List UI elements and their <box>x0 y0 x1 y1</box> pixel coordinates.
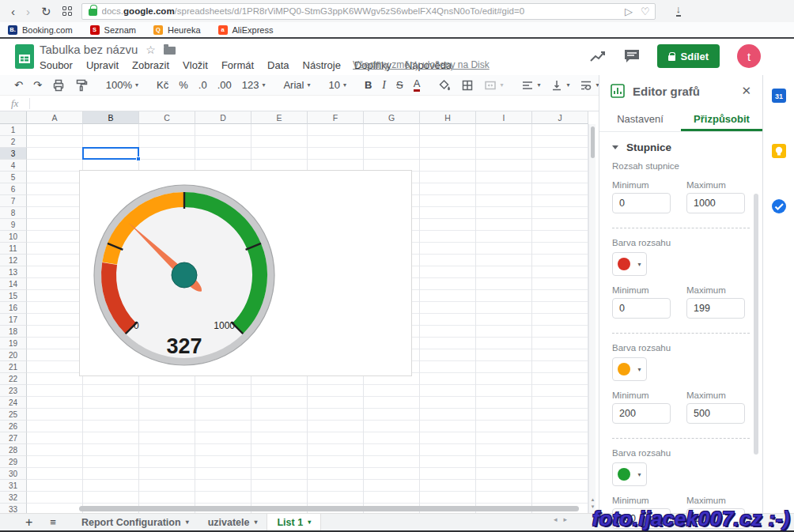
column-header-H[interactable]: H <box>420 111 476 124</box>
menu-upravit[interactable]: Upravit <box>86 59 119 71</box>
paint-format-button[interactable] <box>75 79 88 92</box>
row-header-33[interactable]: 33 <box>0 504 27 513</box>
sheet-tab-report-configuration[interactable]: Report Configuration▾ <box>72 514 198 530</box>
italic-button[interactable]: I <box>382 79 386 92</box>
row-header-12[interactable]: 12 <box>0 255 27 266</box>
account-avatar[interactable]: t <box>737 44 761 68</box>
column-header-I[interactable]: I <box>476 111 532 124</box>
add-sheet-button[interactable]: + <box>25 516 32 529</box>
font-size-select[interactable]: 10▾ <box>328 79 346 91</box>
menu-soubor[interactable]: Soubor <box>40 59 73 71</box>
row-header-19[interactable]: 19 <box>0 338 27 349</box>
column-header-C[interactable]: C <box>139 111 195 124</box>
scale-min-input[interactable] <box>612 193 671 213</box>
bookmark-aliexpress[interactable]: aAliExpress <box>218 25 274 35</box>
tasks-icon[interactable] <box>771 198 787 214</box>
row-header-21[interactable]: 21 <box>0 361 27 373</box>
horizontal-align-button[interactable]: ▾ <box>521 79 540 92</box>
range1-min-input[interactable] <box>612 298 671 319</box>
row-header-4[interactable]: 4 <box>0 160 27 172</box>
text-wrap-button[interactable]: ▾ <box>580 79 599 92</box>
horizontal-scrollbar-thumb[interactable] <box>79 506 579 511</box>
increase-decimals-button[interactable]: .00 <box>217 79 232 91</box>
row-header-20[interactable]: 20 <box>0 349 27 361</box>
menu-data[interactable]: Data <box>267 59 289 71</box>
range2-max-input[interactable] <box>686 403 745 424</box>
reload-button[interactable]: ↻ <box>41 6 51 17</box>
row-header-9[interactable]: 9 <box>0 219 27 231</box>
redo-button[interactable]: ↷ <box>33 79 42 91</box>
row-header-18[interactable]: 18 <box>0 326 27 338</box>
tab-nastaveni[interactable]: Nastavení <box>599 107 681 131</box>
bookmark-heureka[interactable]: QHeureka <box>153 25 201 35</box>
sheet-tab-uzivatele[interactable]: uzivatele▾ <box>198 514 267 530</box>
gauge-chart[interactable]: 01000327 <box>79 170 412 376</box>
vertical-align-button[interactable]: ▾ <box>550 79 569 92</box>
share-button[interactable]: Sdílet <box>657 44 720 68</box>
row-header-22[interactable]: 22 <box>0 373 27 385</box>
column-header-D[interactable]: D <box>195 111 251 124</box>
calendar-icon[interactable]: 31 <box>771 88 787 104</box>
color-picker-green[interactable]: ▾ <box>612 462 647 486</box>
range2-min-input[interactable] <box>612 403 671 424</box>
row-header-1[interactable]: 1 <box>0 124 27 136</box>
row-header-7[interactable]: 7 <box>0 195 27 207</box>
zoom-select[interactable]: 100%▾ <box>106 79 138 91</box>
row-header-15[interactable]: 15 <box>0 290 27 302</box>
bookmark-heart-icon[interactable]: ♡ <box>641 6 650 17</box>
section-stupnice[interactable]: Stupnice <box>612 141 750 153</box>
column-header-E[interactable]: E <box>251 111 308 124</box>
column-header-B[interactable]: B <box>83 111 139 124</box>
tab-scroll-arrows[interactable]: ◂▸ <box>554 515 573 523</box>
close-panel-icon[interactable]: ✕ <box>741 84 751 98</box>
selected-cell-B3[interactable] <box>82 147 139 160</box>
decrease-decimals-button[interactable]: .0 <box>198 79 207 91</box>
sheets-logo-icon[interactable] <box>14 43 35 70</box>
row-header-3[interactable]: 3 <box>0 148 27 160</box>
vertical-scrollbar-thumb[interactable] <box>591 126 595 158</box>
format-percent-button[interactable]: % <box>179 79 188 91</box>
bookmark-booking-com[interactable]: B.Booking.com <box>8 25 73 35</box>
row-header-8[interactable]: 8 <box>0 207 27 219</box>
column-header-G[interactable]: G <box>364 111 420 124</box>
address-bar[interactable]: docs.google.com/spreadsheets/d/1PR8rViMP… <box>81 3 656 20</box>
star-icon[interactable]: ☆ <box>146 43 156 56</box>
row-header-10[interactable]: 10 <box>0 231 27 243</box>
sheet-tab-list1[interactable]: List 1▾ <box>267 514 321 530</box>
merge-cells-button[interactable]: ▾ <box>484 79 503 92</box>
menu-zobrazit[interactable]: Zobrazit <box>132 59 169 71</box>
undo-button[interactable]: ↶ <box>14 79 23 91</box>
bookmark-seznam[interactable]: SSeznam <box>90 25 136 35</box>
insights-icon[interactable] <box>589 49 607 63</box>
row-header-28[interactable]: 28 <box>0 444 27 456</box>
saved-status-link[interactable]: Všechny změny uloženy na Disk <box>353 59 490 70</box>
forward-button[interactable]: › <box>26 6 30 17</box>
row-header-24[interactable]: 24 <box>0 397 27 409</box>
font-select[interactable]: Arial▾ <box>283 79 310 91</box>
bold-button[interactable]: B <box>365 79 372 91</box>
more-formats-button[interactable]: 123▾ <box>242 79 266 91</box>
row-header-27[interactable]: 27 <box>0 432 27 444</box>
panel-scrollbar-thumb[interactable] <box>754 194 758 455</box>
row-header-25[interactable]: 25 <box>0 409 27 421</box>
row-header-32[interactable]: 32 <box>0 492 27 504</box>
column-header-F[interactable]: F <box>308 111 364 124</box>
column-header-A[interactable]: A <box>27 111 83 124</box>
fill-handle[interactable] <box>136 157 141 161</box>
range1-max-input[interactable] <box>686 298 745 319</box>
row-header-29[interactable]: 29 <box>0 456 27 468</box>
color-picker-red[interactable]: ▾ <box>612 252 647 276</box>
menu-formát[interactable]: Formát <box>221 59 254 71</box>
row-header-26[interactable]: 26 <box>0 421 27 432</box>
column-header-J[interactable]: J <box>532 111 588 124</box>
row-header-31[interactable]: 31 <box>0 480 27 492</box>
print-button[interactable] <box>52 79 65 92</box>
text-color-button[interactable]: A <box>414 78 421 92</box>
menu-vložit[interactable]: Vložit <box>183 59 208 71</box>
all-sheets-button[interactable]: ≡ <box>50 517 56 527</box>
row-header-11[interactable]: 11 <box>0 243 27 255</box>
borders-button[interactable] <box>461 79 474 92</box>
speed-dial-icon[interactable] <box>62 6 72 16</box>
row-header-17[interactable]: 17 <box>0 314 27 326</box>
strikethrough-button[interactable]: S <box>396 79 403 91</box>
